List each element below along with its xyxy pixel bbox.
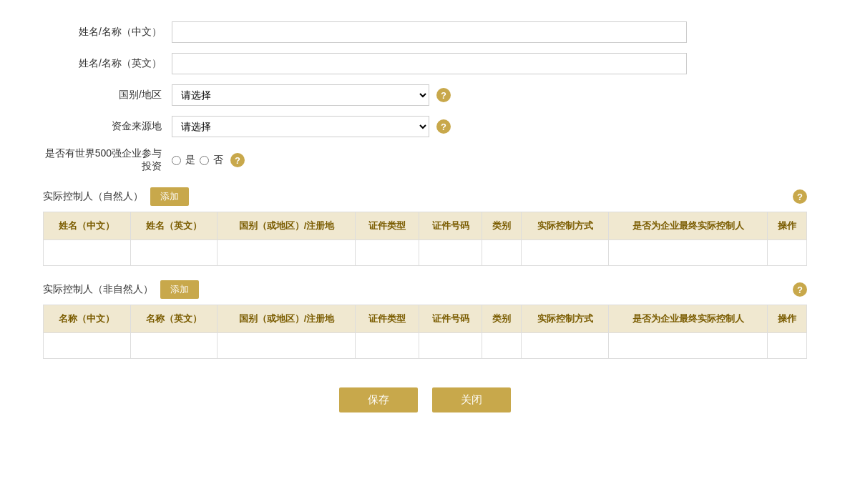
fortune500-help-icon[interactable]: ? [230,153,245,167]
table-cell [356,240,419,266]
non-natural-person-col-header: 操作 [767,305,806,333]
fund-source-label: 资金来源地 [43,120,172,133]
non-natural-person-empty-row [44,333,807,359]
country-label: 国别/地区 [43,89,172,102]
fortune500-label: 是否有世界500强企业参与投资 [43,147,172,173]
table-cell [767,240,806,266]
fortune500-row: 是否有世界500强企业参与投资 是 否 ? [43,147,807,173]
natural-person-table-head: 姓名（中文）姓名（英文）国别（或地区）/注册地证件类型证件号码类别实际控制方式是… [44,212,807,240]
table-cell [609,240,768,266]
fortune500-no-radio[interactable] [200,156,209,165]
name-en-row: 姓名/名称（英文） [43,53,807,74]
natural-person-col-header: 姓名（英文） [130,212,218,240]
name-cn-row: 姓名/名称（中文） [43,21,807,43]
non-natural-person-col-header: 国别（或地区）/注册地 [218,305,356,333]
natural-person-table: 姓名（中文）姓名（英文）国别（或地区）/注册地证件类型证件号码类别实际控制方式是… [43,212,807,266]
non-natural-person-header-row: 名称（中文）名称（英文）国别（或地区）/注册地证件类型证件号码类别实际控制方式是… [44,305,807,333]
table-cell [609,333,768,359]
natural-person-empty-row [44,240,807,266]
fortune500-no-label[interactable]: 否 [213,154,223,167]
non-natural-person-col-header: 是否为企业最终实际控制人 [609,305,768,333]
natural-person-add-button[interactable]: 添加 [150,187,189,206]
table-cell [130,333,218,359]
natural-person-col-header: 类别 [482,212,522,240]
non-natural-person-col-header: 类别 [482,305,522,333]
fund-source-field-group: 请选择 ? [172,116,451,137]
name-en-label: 姓名/名称（英文） [43,57,172,70]
non-natural-person-col-header: 证件类型 [356,305,419,333]
fortune500-radio-group: 是 否 [172,154,223,167]
non-natural-person-col-header: 实际控制方式 [522,305,609,333]
fortune500-field-group: 是 否 ? [172,153,245,167]
natural-person-col-header: 证件类型 [356,212,419,240]
natural-person-col-header: 国别（或地区）/注册地 [218,212,356,240]
table-cell [130,240,218,266]
table-cell [482,240,522,266]
table-cell [419,333,482,359]
close-button[interactable]: 关闭 [432,387,511,412]
main-form: 姓名/名称（中文） 姓名/名称（英文） 国别/地区 请选择 ? 资金来源地 请选… [43,21,807,173]
non-natural-person-table: 名称（中文）名称（英文）国别（或地区）/注册地证件类型证件号码类别实际控制方式是… [43,305,807,359]
natural-person-title: 实际控制人（自然人） [43,190,143,203]
table-cell [44,333,131,359]
natural-person-col-header: 是否为企业最终实际控制人 [609,212,768,240]
natural-person-col-header: 姓名（中文） [44,212,131,240]
country-help-icon[interactable]: ? [436,88,451,102]
non-natural-person-table-body [44,333,807,359]
fund-source-row: 资金来源地 请选择 ? [43,116,807,137]
table-cell [218,333,356,359]
country-field-group: 请选择 ? [172,84,451,106]
fund-source-help-icon[interactable]: ? [436,119,451,134]
fortune500-yes-label[interactable]: 是 [185,154,195,167]
country-row: 国别/地区 请选择 ? [43,84,807,106]
natural-person-col-header: 实际控制方式 [522,212,609,240]
natural-person-help-icon[interactable]: ? [793,189,807,204]
name-en-input[interactable] [172,53,687,74]
name-cn-input[interactable] [172,21,687,43]
non-natural-person-help-icon[interactable]: ? [793,282,807,297]
natural-person-section-header: 实际控制人（自然人） 添加 ? [43,187,807,206]
table-cell [218,240,356,266]
table-cell [356,333,419,359]
bottom-buttons: 保存 关闭 [43,387,807,427]
table-cell [44,240,131,266]
non-natural-person-add-button[interactable]: 添加 [160,280,199,299]
non-natural-person-col-header: 名称（英文） [130,305,218,333]
non-natural-person-table-head: 名称（中文）名称（英文）国别（或地区）/注册地证件类型证件号码类别实际控制方式是… [44,305,807,333]
natural-person-col-header: 操作 [767,212,806,240]
country-select[interactable]: 请选择 [172,84,429,106]
fund-source-select[interactable]: 请选择 [172,116,429,137]
non-natural-person-title: 实际控制人（非自然人） [43,283,153,296]
natural-person-col-header: 证件号码 [419,212,482,240]
natural-person-header-row: 姓名（中文）姓名（英文）国别（或地区）/注册地证件类型证件号码类别实际控制方式是… [44,212,807,240]
table-cell [522,333,609,359]
save-button[interactable]: 保存 [339,387,418,412]
fortune500-yes-radio[interactable] [172,156,181,165]
table-cell [767,333,806,359]
table-cell [522,240,609,266]
table-cell [482,333,522,359]
non-natural-person-col-header: 名称（中文） [44,305,131,333]
natural-person-table-body [44,240,807,266]
table-cell [419,240,482,266]
non-natural-person-section-header: 实际控制人（非自然人） 添加 ? [43,280,807,299]
name-cn-label: 姓名/名称（中文） [43,26,172,39]
non-natural-person-col-header: 证件号码 [419,305,482,333]
